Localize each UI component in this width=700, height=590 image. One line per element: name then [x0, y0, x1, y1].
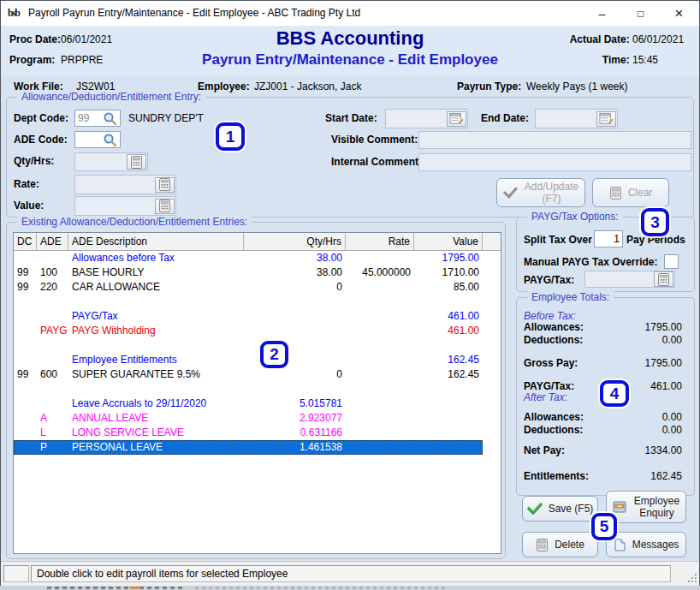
table-row[interactable]: 99220CAR ALLOWANCE085.00 — [14, 280, 501, 295]
entry-group: Allowance/Deduction/Entitlement Entry: D… — [6, 97, 694, 218]
payg-tax-field[interactable] — [584, 271, 675, 288]
entries-table[interactable]: DC ADE ADE Description Qty/Hrs Rate Valu… — [13, 232, 501, 554]
calendar-icon[interactable] — [596, 111, 616, 127]
qty-hrs-label: Qty/Hrs: — [14, 155, 54, 167]
table-cell: 2.923077 — [244, 411, 346, 426]
totals-label: Allowances: — [524, 411, 584, 423]
table-cell — [346, 353, 414, 367]
table-cell: P — [37, 440, 68, 455]
table-row[interactable]: Allowances before Tax38.001795.00 — [14, 251, 501, 265]
delete-button[interactable]: Delete — [522, 532, 598, 557]
internal-comment-input[interactable] — [419, 157, 691, 169]
column-header-ade[interactable]: ADE — [37, 233, 68, 250]
table-cell — [37, 396, 68, 411]
save-button[interactable]: Save (F5) — [522, 496, 598, 521]
split-tax-input[interactable] — [595, 233, 622, 245]
calculator-icon — [536, 538, 549, 551]
column-header-value[interactable]: Value — [414, 233, 483, 250]
value-label: Value: — [14, 200, 44, 212]
qty-hrs-input[interactable] — [75, 156, 127, 168]
payg-tax-input[interactable] — [585, 273, 654, 285]
internal-comment-field[interactable] — [418, 153, 691, 171]
end-date-input[interactable] — [536, 113, 596, 125]
table-row[interactable] — [14, 382, 501, 396]
table-row[interactable]: Leave Accruals to 29/11/20205.015781 — [14, 396, 501, 411]
annotation-callout-5: 5 — [591, 513, 617, 540]
calculator-icon — [127, 154, 146, 170]
table-cell — [14, 440, 37, 455]
resize-grip[interactable] — [686, 572, 697, 582]
close-button[interactable]: × — [660, 1, 698, 26]
end-date-field[interactable] — [535, 109, 618, 128]
manual-payg-override-checkbox[interactable] — [664, 254, 679, 269]
table-row[interactable] — [14, 295, 501, 309]
column-header-qty-hrs[interactable]: Qty/Hrs — [244, 233, 346, 250]
annotation-callout-1: 1 — [216, 122, 245, 151]
table-row[interactable]: 99600SUPER GUARANTEE 9.5%0162.45 — [14, 367, 501, 382]
table-row[interactable]: Employee Entitlements162.45 — [14, 353, 501, 367]
table-cell — [346, 251, 414, 265]
table-row[interactable]: PPERSONAL LEAVE1.461538 — [14, 440, 501, 455]
table-row[interactable]: PAYGPAYG Withholding461.00 — [14, 324, 501, 338]
table-cell — [68, 338, 244, 353]
table-cell: 0 — [244, 280, 346, 295]
table-row[interactable]: AANNUAL LEAVE2.923077 — [14, 411, 501, 426]
rate-input[interactable] — [75, 179, 155, 191]
save-label: Save (F5) — [549, 503, 594, 515]
table-cell — [244, 338, 346, 353]
visible-comment-field[interactable] — [418, 131, 691, 149]
search-icon[interactable] — [101, 133, 119, 146]
value-field[interactable] — [74, 196, 176, 216]
table-cell — [483, 426, 501, 440]
delete-label: Delete — [555, 539, 584, 551]
table-cell: 600 — [37, 367, 68, 382]
value-input[interactable] — [75, 200, 155, 212]
calendar-icon[interactable] — [447, 111, 466, 127]
payrun-type-label: Payrun Type: — [457, 80, 521, 92]
visible-comment-input[interactable] — [419, 134, 691, 146]
table-row[interactable]: LLONG SERVICE LEAVE0.631166 — [14, 426, 501, 440]
employee-enquiry-button[interactable]: Employee Enquiry — [606, 491, 686, 523]
column-header-rate[interactable]: Rate — [346, 233, 414, 250]
messages-button[interactable]: Messages — [606, 532, 686, 557]
column-header-description[interactable]: ADE Description — [68, 233, 244, 250]
split-tax-field[interactable] — [594, 230, 623, 247]
table-cell: L — [37, 426, 68, 440]
ade-code-input[interactable] — [75, 134, 101, 146]
table-cell: 461.00 — [414, 309, 483, 324]
maximize-button[interactable]: □ — [621, 1, 660, 26]
start-date-field[interactable] — [385, 109, 468, 128]
start-date-input[interactable] — [386, 113, 447, 125]
payg-tax-label: PAYG/Tax: — [524, 274, 574, 286]
table-row[interactable]: PAYG/Tax461.00 — [14, 309, 501, 324]
totals-value: 1334.00 — [645, 444, 682, 456]
table-row[interactable]: 99100BASE HOURLY38.0045.0000001710.00 — [14, 265, 501, 280]
table-row[interactable] — [14, 338, 501, 353]
qty-hrs-field[interactable] — [74, 152, 148, 171]
table-cell: 45.000000 — [346, 265, 414, 280]
table-cell: 99 — [14, 367, 37, 382]
search-icon[interactable] — [101, 111, 119, 125]
screen: bsb Payroll Payrun Entry/Maintenance - E… — [0, 0, 700, 590]
table-cell — [414, 426, 483, 440]
ade-code-field[interactable] — [74, 131, 121, 148]
clear-button[interactable]: Clear — [592, 178, 669, 207]
column-header-filler — [483, 233, 501, 250]
internal-comment-label: Internal Comment: — [331, 156, 422, 168]
dept-code-input[interactable] — [75, 112, 101, 124]
table-cell: PAYG — [37, 324, 68, 338]
totals-label: Deductions: — [524, 424, 583, 436]
totals-label: Allowances: — [524, 321, 584, 333]
table-cell — [346, 309, 414, 324]
minimize-button[interactable]: – — [583, 1, 621, 26]
table-cell — [483, 309, 501, 324]
column-header-dc[interactable]: DC — [14, 233, 37, 250]
clear-label: Clear — [628, 187, 653, 199]
table-cell — [346, 382, 414, 396]
rate-field[interactable] — [74, 175, 176, 194]
table-cell: PAYG/Tax — [68, 309, 244, 324]
add-update-button[interactable]: Add/Update(F7) — [496, 178, 585, 207]
table-cell — [414, 411, 483, 426]
table-cell — [14, 396, 37, 411]
dept-code-field[interactable] — [74, 110, 121, 127]
